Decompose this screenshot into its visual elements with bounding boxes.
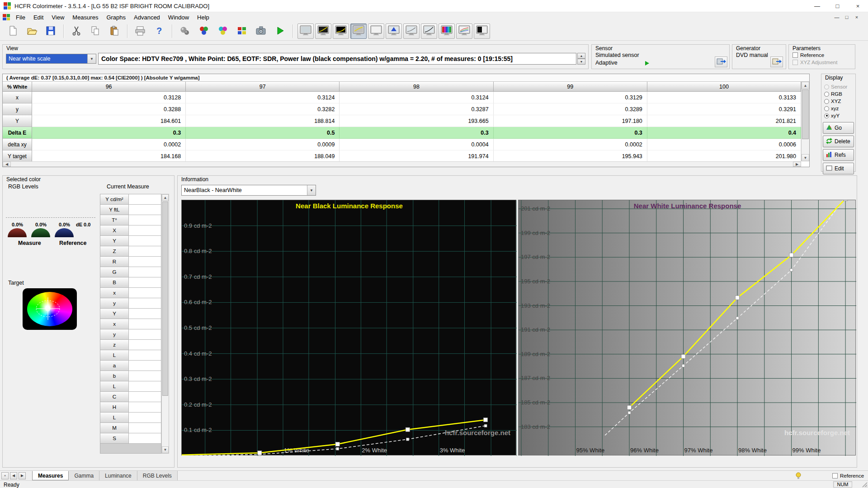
column-header-99[interactable]: 99 [494, 82, 647, 92]
table-cell[interactable]: 184.168 [32, 150, 186, 162]
menu-measures[interactable]: Measures [68, 12, 102, 22]
scroll-left-icon[interactable]: ◀ [3, 162, 11, 167]
table-cell[interactable]: 0.0002 [32, 139, 186, 150]
table-cell[interactable]: 0.0006 [647, 139, 801, 150]
primaries-view-button[interactable] [386, 23, 402, 39]
table-horizontal-scrollbar[interactable]: ◀ ▶ [3, 161, 801, 167]
table-cell[interactable]: 201.821 [647, 115, 801, 127]
row-header[interactable]: Y target [3, 150, 32, 162]
display-mode-xyz[interactable]: xyz [824, 105, 847, 112]
scrollbar-thumb[interactable] [162, 202, 168, 396]
table-cell[interactable]: 191.974 [340, 150, 493, 162]
print-button[interactable] [132, 23, 148, 39]
scale-select[interactable]: Near white scale ▼ [6, 54, 96, 64]
table-cell[interactable]: 0.3 [32, 127, 186, 139]
sensor-config-button[interactable] [715, 56, 727, 67]
grayscale-view-button[interactable] [315, 23, 331, 39]
menu-graphs[interactable]: Graphs [102, 12, 130, 22]
delete-button[interactable]: Delete [823, 136, 854, 147]
table-cell[interactable]: 197.180 [494, 115, 647, 127]
refs-button[interactable]: Refs [823, 149, 854, 161]
snapshot-button[interactable] [253, 23, 269, 39]
table-cell[interactable]: 193.665 [340, 115, 493, 127]
scroll-up-icon[interactable]: ▲ [802, 82, 809, 89]
table-cell[interactable]: 0.3128 [32, 92, 186, 103]
primaries-button[interactable] [196, 23, 212, 39]
reference-checkbox[interactable]: Reference [793, 52, 837, 59]
play-icon[interactable] [644, 61, 650, 67]
near-black-view-button[interactable] [333, 23, 349, 39]
table-cell[interactable]: 0.3282 [186, 103, 340, 115]
run-measures-button[interactable] [272, 23, 288, 39]
table-cell[interactable]: 188.814 [186, 115, 340, 127]
table-cell[interactable]: 0.0009 [186, 139, 340, 150]
scrollbar-thumb[interactable] [802, 89, 809, 139]
table-cell[interactable]: 0.3133 [647, 92, 801, 103]
scroll-down-icon[interactable]: ▼ [802, 154, 809, 161]
table-cell[interactable]: 0.0004 [340, 139, 493, 150]
white-view-button[interactable] [368, 23, 384, 39]
column-header-98[interactable]: 98 [340, 82, 493, 92]
table-cell[interactable]: 0.3 [340, 127, 493, 139]
tab-scroll-right-icon[interactable]: ▶ [19, 472, 26, 479]
color-bars-view-button[interactable] [439, 23, 455, 39]
resize-grip[interactable] [861, 481, 868, 488]
luminance-view-button[interactable] [403, 23, 420, 39]
display-mode-sensor[interactable]: Sensor [824, 83, 847, 90]
multi-chart-view-button[interactable] [456, 23, 472, 39]
menu-advanced[interactable]: Advanced [130, 12, 164, 22]
table-cell[interactable]: 201.980 [647, 150, 801, 162]
row-header[interactable]: x [3, 92, 32, 103]
color-checker-button[interactable] [234, 23, 250, 39]
scroll-down-icon[interactable]: ▼ [162, 446, 169, 453]
menu-help[interactable]: Help [193, 12, 213, 22]
column-header-97[interactable]: 97 [186, 82, 340, 92]
table-cell[interactable]: 0.3124 [186, 92, 340, 103]
scroll-right-icon[interactable]: ▶ [793, 162, 801, 167]
tab-luminance[interactable]: Luminance [99, 471, 137, 480]
tip-icon[interactable] [795, 472, 802, 481]
new-button[interactable] [5, 23, 21, 39]
chevron-down-icon[interactable]: ▼ [307, 185, 316, 195]
free-measures-view-button[interactable] [297, 23, 314, 39]
mdi-close-icon[interactable]: × [852, 13, 862, 21]
measure-count-spinner[interactable]: ▲ ▼ [577, 53, 585, 65]
copy-button[interactable] [87, 23, 104, 39]
row-header[interactable]: delta xy [3, 139, 32, 150]
close-icon[interactable]: × [848, 0, 868, 12]
generator-config-button[interactable] [770, 56, 783, 67]
display-mode-xyz[interactable]: XYZ [824, 98, 847, 105]
row-header[interactable]: Y [3, 115, 32, 127]
table-cell[interactable]: 0.3291 [647, 103, 801, 115]
xyz-adjustment-checkbox[interactable]: XYZ Adjustment [793, 59, 837, 66]
mdi-restore-icon[interactable]: □ [842, 13, 852, 21]
column-header-96[interactable]: 96 [32, 82, 186, 92]
table-vertical-scrollbar[interactable]: ▲ ▼ [801, 82, 809, 161]
row-header[interactable]: Delta E [3, 127, 32, 139]
table-cell[interactable]: 184.601 [32, 115, 186, 127]
reference-checkbox[interactable]: Reference [832, 472, 864, 479]
tab-measures[interactable]: Measures [32, 471, 69, 480]
table-cell[interactable]: 195.943 [494, 150, 647, 162]
spin-up-icon[interactable]: ▲ [577, 53, 585, 59]
scroll-up-icon[interactable]: ▲ [162, 194, 169, 201]
minimize-icon[interactable]: — [807, 0, 827, 12]
display-mode-rgb[interactable]: RGB [824, 90, 847, 98]
open-button[interactable] [24, 23, 40, 39]
table-cell[interactable]: 0.0002 [494, 139, 647, 150]
tab-gamma[interactable]: Gamma [69, 471, 99, 480]
table-cell[interactable]: 0.3288 [32, 103, 186, 115]
edit-button[interactable]: Edit [823, 163, 854, 174]
table-cell[interactable]: 0.3 [494, 127, 647, 139]
table-cell[interactable]: 188.049 [186, 150, 340, 162]
spin-down-icon[interactable]: ▼ [577, 59, 585, 65]
table-cell[interactable]: 0.4 [647, 127, 801, 139]
table-cell[interactable]: 0.3287 [340, 103, 493, 115]
tab-close-icon[interactable]: × [1, 472, 9, 479]
table-cell[interactable]: 0.5 [186, 127, 340, 139]
display-mode-xyy[interactable]: xyY [824, 112, 847, 119]
menu-view[interactable]: View [47, 12, 68, 22]
secondaries-button[interactable] [215, 23, 231, 39]
near-white-view-button[interactable] [350, 23, 367, 39]
menu-file[interactable]: File [12, 12, 29, 22]
